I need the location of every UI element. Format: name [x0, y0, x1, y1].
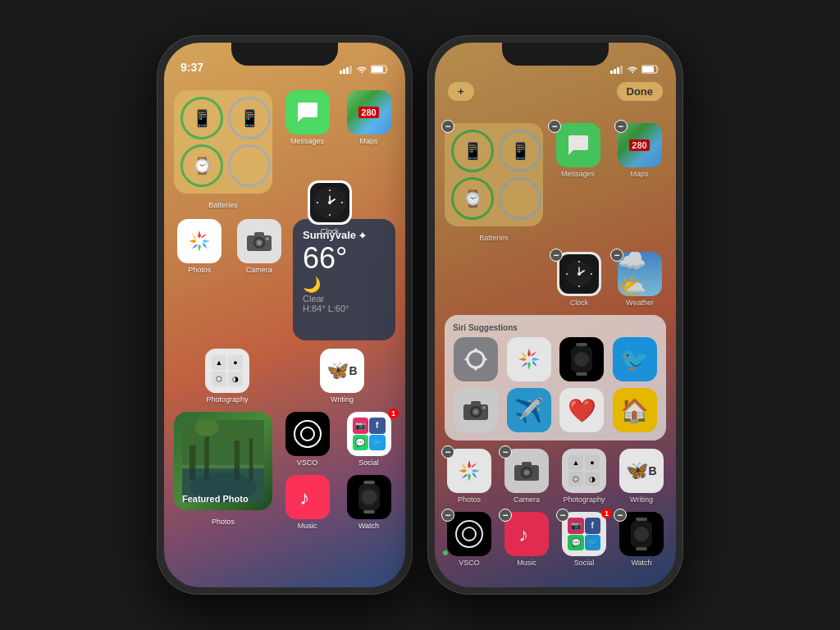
- watch-icon: [347, 475, 391, 519]
- batteries-label: Batteries: [174, 196, 272, 211]
- svg-point-11: [257, 240, 262, 245]
- svg-rect-0: [340, 71, 342, 74]
- battery4: [228, 144, 271, 187]
- clock-app-p1[interactable]: Clock: [308, 180, 352, 235]
- row3: ▲ ● ⬡ ◑ Photography 🦋B Writing: [174, 349, 395, 404]
- maps-label: Maps: [359, 137, 377, 145]
- phone2-battery-icon: [641, 65, 660, 74]
- battery-icon: [371, 65, 389, 74]
- p2-social-badge: 1: [601, 509, 612, 518]
- svg-point-7: [195, 237, 203, 245]
- maps-minus[interactable]: −: [614, 120, 628, 133]
- p2-social-minus[interactable]: −: [556, 509, 569, 522]
- writing-label: Writing: [331, 395, 354, 404]
- row2: Photos Camera: [174, 219, 395, 340]
- photography-label: Photography: [206, 395, 248, 404]
- clock-minus[interactable]: −: [550, 249, 563, 262]
- svg-rect-5: [372, 66, 383, 72]
- camera-icon: [237, 219, 281, 263]
- vsco-app[interactable]: VSCO: [281, 412, 334, 467]
- edit-bar: + Done: [435, 79, 676, 104]
- status-icons: [340, 65, 389, 74]
- p2-music-minus[interactable]: −: [499, 509, 512, 522]
- p2-vsco-minus[interactable]: −: [441, 509, 454, 522]
- p2-watch-minus[interactable]: −: [614, 509, 627, 522]
- row1: 📱 📱 ⌚ Batteries Messages: [174, 90, 395, 211]
- photos-app[interactable]: Photos: [174, 219, 226, 340]
- phone2-notch: [502, 43, 609, 66]
- music-icon: ♪: [285, 475, 330, 519]
- add-widget-button[interactable]: +: [448, 82, 474, 101]
- svg-rect-3: [349, 66, 352, 74]
- music-label: Music: [298, 522, 317, 530]
- clock-label: Clock: [321, 227, 340, 235]
- svg-rect-43: [610, 71, 613, 74]
- row4: Featured Photo Photos V: [174, 412, 395, 530]
- weather-temp: 66°: [303, 241, 386, 276]
- svg-rect-45: [617, 67, 619, 74]
- clock-icon: [308, 180, 352, 225]
- notch: [231, 43, 338, 66]
- messages-label: Messages: [290, 137, 324, 145]
- social-icon: 📷 f 💬 🐦: [347, 412, 391, 456]
- phone2: 9:37: [428, 36, 682, 594]
- svg-rect-46: [620, 66, 623, 74]
- status-time: 9:37: [180, 61, 203, 74]
- svg-point-25: [294, 421, 321, 447]
- photography-app[interactable]: ▲ ● ⬡ ◑ Photography: [174, 349, 281, 404]
- svg-rect-12: [254, 232, 264, 236]
- photos-icon: [177, 219, 221, 263]
- location-icon: [359, 232, 366, 239]
- battery2: 📱: [228, 97, 271, 139]
- featured-photo-widget[interactable]: Featured Photo Photos: [174, 412, 272, 530]
- svg-point-13: [266, 237, 269, 240]
- vsco-label: VSCO: [297, 459, 318, 467]
- phone2-signal-icon: [610, 66, 623, 74]
- social-watch-col: 📷 f 💬 🐦 1 Social: [342, 412, 395, 530]
- weather-condition: Clear: [303, 294, 386, 304]
- done-button[interactable]: Done: [617, 82, 664, 101]
- messages-minus[interactable]: −: [548, 120, 561, 133]
- camera-app[interactable]: Camera: [234, 219, 285, 340]
- weather-widget[interactable]: Sunnyvale 66° 🌙 Clear H:84° L:60° Weathe…: [293, 219, 395, 340]
- home-content: 📱 📱 ⌚ Batteries Messages: [164, 84, 405, 587]
- svg-point-42: [328, 201, 331, 204]
- wifi-icon: [356, 66, 368, 74]
- phone2-wifi-icon: [627, 66, 638, 74]
- social-app[interactable]: 📷 f 💬 🐦 1 Social: [342, 412, 395, 467]
- battery3: ⌚: [180, 144, 223, 187]
- vsco-icon: [285, 412, 330, 456]
- svg-rect-28: [363, 481, 375, 484]
- music-app[interactable]: ♪ Music: [281, 475, 334, 530]
- weather-hl: H:84° L:60°: [303, 304, 386, 313]
- featured-sublabel: Photos: [212, 518, 235, 526]
- writing-icon: 🦋B: [320, 349, 364, 393]
- svg-rect-1: [343, 69, 345, 74]
- p2-photos-minus[interactable]: −: [441, 445, 454, 459]
- svg-rect-48: [642, 66, 654, 72]
- featured-label: Featured Photo: [182, 494, 249, 504]
- signal-icon: [340, 66, 353, 74]
- svg-text:♪: ♪: [299, 486, 309, 509]
- weather-minus[interactable]: −: [610, 249, 623, 262]
- camera-label: Camera: [246, 266, 272, 274]
- phone2-status-icons: [610, 65, 660, 74]
- svg-point-31: [362, 490, 377, 504]
- photos-label: Photos: [188, 266, 211, 274]
- watch-app[interactable]: Watch: [342, 475, 395, 530]
- batteries-widget[interactable]: 📱 📱 ⌚ Batteries: [174, 90, 272, 211]
- phone1: 9:37: [158, 36, 412, 594]
- phone1-screen: 9:37: [164, 43, 405, 587]
- maps-icon: 280: [347, 90, 391, 135]
- featured-photo-img: Featured Photo: [174, 412, 272, 510]
- p2-camera-minus[interactable]: −: [499, 445, 512, 459]
- batteries-minus[interactable]: −: [441, 120, 454, 133]
- svg-point-23: [224, 422, 249, 441]
- social-badge: 1: [388, 409, 399, 418]
- svg-point-26: [301, 427, 314, 441]
- photography-icon: ▲ ● ⬡ ◑: [205, 349, 249, 393]
- vsco-music-col: VSCO ♪ Music: [281, 412, 334, 530]
- writing-app[interactable]: 🦋B Writing: [289, 349, 395, 404]
- svg-rect-32: [363, 510, 375, 514]
- battery1: 📱: [180, 97, 223, 139]
